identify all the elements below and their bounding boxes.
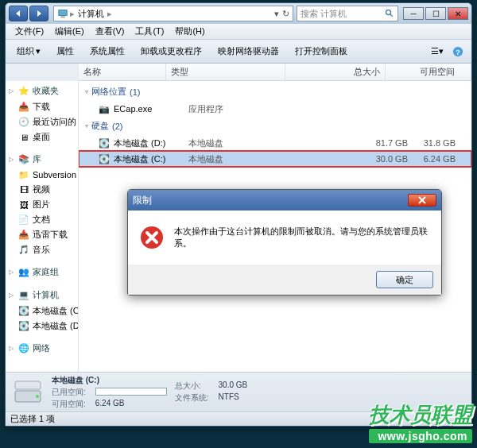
system-properties-button[interactable]: 系统属性 [83, 42, 131, 60]
search-input[interactable]: 搜索 计算机 [297, 6, 398, 21]
watermark-url: www.jsgho.com [369, 429, 472, 443]
sidebar-item-recent[interactable]: 🕘最近访问的 [6, 114, 78, 129]
svg-rect-8 [15, 381, 41, 389]
control-panel-button[interactable]: 打开控制面板 [289, 42, 354, 60]
refresh-icon[interactable]: ↻ [282, 9, 289, 19]
sidebar-favorites[interactable]: ▷⭐收藏夹 [6, 83, 78, 99]
col-name[interactable]: 名称 [79, 64, 166, 80]
group-hard-disks[interactable]: ▿硬盘 (2) [79, 117, 471, 135]
search-placeholder: 搜索 计算机 [301, 8, 347, 20]
map-drive-button[interactable]: 映射网络驱动器 [211, 42, 285, 60]
breadcrumb-sep: ▸ [107, 9, 112, 19]
menu-view[interactable]: 查看(V) [91, 24, 130, 39]
dialog-titlebar[interactable]: 限制 [128, 190, 441, 210]
watermark: 技术员联盟 www.jsgho.com [369, 401, 472, 443]
download-icon: 📥 [18, 102, 29, 113]
view-mode-button[interactable]: ☰▾ [429, 43, 446, 60]
menu-help[interactable]: 帮助(H) [170, 24, 209, 39]
drive-thumbnail-icon [12, 377, 44, 408]
minimize-button[interactable]: ─ [403, 7, 424, 20]
sidebar-item-xunlei[interactable]: 📥迅雷下载 [6, 227, 78, 242]
music-icon: 🎵 [18, 245, 29, 256]
uninstall-button[interactable]: 卸载或更改程序 [134, 42, 208, 60]
details-fs-label: 文件系统: [175, 392, 209, 404]
sidebar-item-downloads[interactable]: 📥下载 [6, 99, 78, 114]
group-network-location[interactable]: ▿网络位置 (1) [79, 83, 471, 101]
sidebar-computer[interactable]: ▷💻计算机 [6, 287, 78, 303]
organize-button[interactable]: 组织 ▾ [10, 42, 47, 60]
maximize-button[interactable]: ☐ [425, 7, 446, 20]
status-selection: 已选择 1 项 [10, 413, 55, 425]
desktop-icon: 🖥 [18, 132, 29, 143]
recent-icon: 🕘 [18, 117, 29, 128]
sidebar-libraries[interactable]: ▷📚库 [6, 151, 78, 168]
list-item-drive-c[interactable]: 💽 本地磁盘 (C:) 本地磁盘 30.0 GB 6.24 GB [79, 151, 471, 167]
close-button[interactable]: ✕ [448, 7, 468, 20]
svg-rect-1 [60, 17, 64, 18]
sidebar-network[interactable]: ▷🌐网络 [6, 340, 78, 357]
menu-file[interactable]: 文件(F) [10, 24, 48, 39]
dialog-message: 本次操作由于这台计算机的限制而被取消。请与您的系统管理员联系。 [174, 226, 430, 249]
list-item-drive-d[interactable]: 💽 本地磁盘 (D:) 本地磁盘 81.7 GB 31.8 GB [79, 135, 471, 151]
dialog-close-button[interactable] [408, 194, 436, 207]
sidebar-homegroup[interactable]: ▷👥家庭组 [6, 264, 78, 280]
svg-point-2 [386, 10, 391, 15]
menubar: 文件(F) 编辑(E) 查看(V) 工具(T) 帮助(H) [6, 24, 471, 40]
search-icon [385, 9, 394, 18]
sidebar-item-video[interactable]: 🎞视频 [6, 182, 78, 197]
documents-icon: 📄 [18, 214, 29, 226]
dialog-title: 限制 [133, 194, 152, 207]
drive-icon: 💽 [98, 153, 111, 165]
drive-icon: 💽 [18, 306, 29, 317]
network-icon: 🌐 [18, 343, 29, 353]
details-title: 本地磁盘 (C:) [52, 375, 167, 386]
folder-icon: 📁 [18, 169, 29, 180]
restriction-dialog: 限制 本次操作由于这台计算机的限制而被取消。请与您的系统管理员联系。 确定 [127, 189, 442, 295]
sidebar-item-subversion[interactable]: 📁Subversion [6, 168, 78, 182]
details-free-label: 可用空间: [52, 399, 86, 410]
col-type[interactable]: 类型 [166, 64, 285, 80]
sidebar-item-music[interactable]: 🎵音乐 [6, 242, 78, 257]
download-icon: 📥 [18, 230, 29, 241]
col-free[interactable]: 可用空间 [386, 64, 471, 80]
sidebar-item-drive-d[interactable]: 💽本地磁盘 (D [6, 319, 78, 334]
error-icon [139, 225, 165, 250]
drive-icon: 💽 [18, 321, 29, 332]
svg-line-3 [390, 14, 393, 17]
back-button[interactable] [9, 6, 28, 21]
list-item-ecap[interactable]: 📷 ECap.exe 应用程序 [79, 101, 471, 117]
forward-button[interactable] [29, 6, 48, 21]
details-total-value: 30.0 GB [219, 380, 248, 392]
watermark-text: 技术员联盟 [369, 401, 472, 429]
menu-tools[interactable]: 工具(T) [130, 24, 169, 39]
details-usage-bar [95, 387, 167, 398]
titlebar: ▸ 计算机 ▸ ▾ ↻ 搜索 计算机 ─ ☐ ✕ [6, 3, 471, 24]
dropdown-icon[interactable]: ▾ [274, 9, 279, 19]
col-total[interactable]: 总大小 [285, 64, 386, 80]
svg-text:?: ? [456, 47, 460, 56]
details-free-value: 6.24 GB [95, 399, 167, 410]
sidebar-item-drive-c[interactable]: 💽本地磁盘 (C [6, 303, 78, 319]
breadcrumb-computer[interactable]: 计算机 [75, 8, 107, 20]
sidebar-item-desktop[interactable]: 🖥桌面 [6, 129, 78, 145]
toolbar: 组织 ▾ 属性 系统属性 卸载或更改程序 映射网络驱动器 打开控制面板 ☰▾ ? [6, 40, 471, 64]
sidebar-item-pictures[interactable]: 🖼图片 [6, 197, 78, 212]
properties-button[interactable]: 属性 [50, 42, 80, 60]
computer-icon: 💻 [18, 290, 29, 300]
camera-icon: 📷 [98, 102, 111, 115]
star-icon: ⭐ [18, 86, 29, 96]
sidebar-item-documents[interactable]: 📄文档 [6, 212, 78, 227]
details-used-label: 已用空间: [52, 387, 86, 398]
computer-icon [57, 8, 68, 19]
details-fs-value: NTFS [219, 392, 248, 404]
library-icon: 📚 [18, 154, 29, 164]
drive-icon: 💽 [98, 137, 111, 149]
address-bar[interactable]: ▸ 计算机 ▸ ▾ ↻ [53, 6, 293, 21]
svg-rect-0 [59, 10, 68, 16]
menu-edit[interactable]: 编辑(E) [50, 24, 89, 39]
dialog-ok-button[interactable]: 确定 [376, 271, 433, 288]
help-icon[interactable]: ? [449, 43, 467, 60]
chevron-down-icon: ▾ [36, 46, 41, 56]
svg-point-7 [36, 395, 39, 398]
details-total-label: 总大小: [175, 380, 209, 392]
